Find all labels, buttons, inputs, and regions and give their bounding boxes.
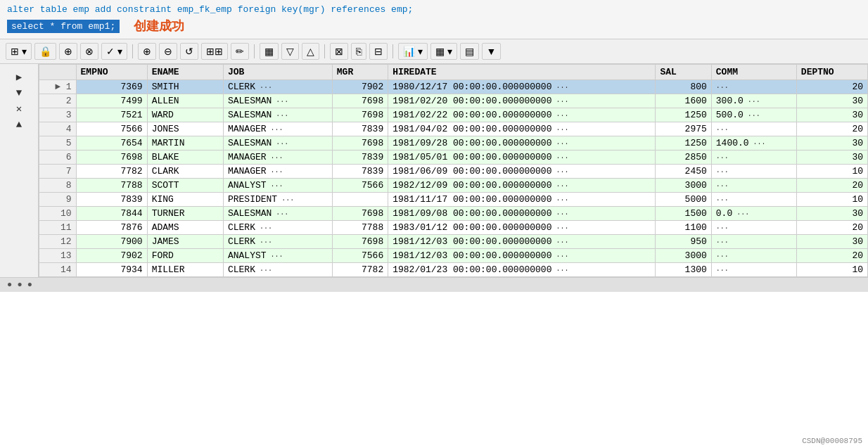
table-row[interactable]: 67698BLAKEMANAGER ···78391981/05/01 00:0…: [39, 151, 868, 165]
row-number: 6: [39, 151, 77, 165]
filter-down-btn[interactable]: ▽: [281, 43, 299, 60]
funnel-btn[interactable]: ▼: [482, 43, 502, 60]
hiredate-ellipsis-btn[interactable]: ···: [551, 154, 568, 162]
job-ellipsis-btn[interactable]: ···: [272, 210, 288, 218]
main-content: ▶ ▼ ✕ ▲ EMPNO ENAME JOB MGR HIREDATE SAL…: [0, 64, 868, 277]
hiredate-ellipsis-btn[interactable]: ···: [551, 238, 568, 246]
col-header-empno[interactable]: EMPNO: [76, 65, 147, 80]
table-row[interactable]: ► 17369SMITHCLERK ···79021980/12/17 00:0…: [39, 80, 868, 94]
comm-ellipsis-btn[interactable]: ···: [743, 98, 760, 105]
check-dropdown-btn[interactable]: ✓ ▾: [101, 43, 127, 60]
job-ellipsis-btn[interactable]: ···: [267, 154, 283, 162]
table-grid-btn[interactable]: ▦: [260, 43, 279, 60]
col-header-job[interactable]: JOB: [223, 65, 332, 80]
hiredate-ellipsis-btn[interactable]: ···: [551, 224, 568, 232]
cell-comm: 300.0 ···: [711, 94, 796, 108]
table-row[interactable]: 37521WARDSALESMAN ···76981981/02/22 00:0…: [39, 108, 868, 122]
col-header-comm[interactable]: COMM: [711, 65, 796, 80]
hiredate-ellipsis-btn[interactable]: ···: [551, 98, 568, 105]
cell-hiredate: 1981/02/22 00:00:00.000000000 ···: [388, 108, 656, 122]
comm-ellipsis-btn[interactable]: ···: [716, 182, 729, 190]
table-row[interactable]: 147934MILLERCLERK ···77821982/01/23 00:0…: [39, 263, 868, 277]
table-row[interactable]: 27499ALLENSALESMAN ···76981981/02/20 00:…: [39, 94, 868, 108]
pencil-btn[interactable]: ✏: [231, 43, 249, 60]
job-ellipsis-btn[interactable]: ···: [267, 182, 283, 190]
hiredate-ellipsis-btn[interactable]: ···: [551, 126, 568, 134]
cell-mgr: 7839: [332, 122, 388, 136]
multiselect-btn[interactable]: ⊞⊞: [201, 43, 228, 60]
table-row[interactable]: 137902FORDANALYST ···75661981/12/03 00:0…: [39, 249, 868, 263]
table-container[interactable]: EMPNO ENAME JOB MGR HIREDATE SAL COMM DE…: [39, 64, 868, 277]
hiredate-ellipsis-btn[interactable]: ···: [551, 112, 568, 120]
comm-ellipsis-btn[interactable]: ···: [732, 210, 749, 218]
comm-ellipsis-btn[interactable]: ···: [749, 140, 766, 148]
col-header-mgr[interactable]: MGR: [332, 65, 388, 80]
copy-btn[interactable]: ⎘: [351, 43, 366, 60]
table-row[interactable]: 47566JONESMANAGER ···78391981/04/02 00:0…: [39, 122, 868, 136]
comm-ellipsis-btn[interactable]: ···: [716, 154, 729, 162]
delete-circle-btn[interactable]: ⊗: [80, 43, 98, 60]
job-ellipsis-btn[interactable]: ···: [267, 168, 283, 176]
grid-btn[interactable]: ⊞ ▾: [6, 43, 32, 60]
layout-btn[interactable]: ▦ ▾: [430, 43, 457, 60]
comm-ellipsis-btn[interactable]: ···: [743, 112, 760, 120]
export-btn[interactable]: ⊠: [330, 43, 348, 60]
lock-btn[interactable]: 🔒: [34, 43, 56, 60]
job-ellipsis-btn[interactable]: ···: [272, 98, 288, 105]
job-ellipsis-btn[interactable]: ···: [272, 140, 288, 148]
hiredate-ellipsis-btn[interactable]: ···: [551, 252, 568, 260]
comm-ellipsis-btn[interactable]: ···: [716, 84, 729, 91]
comm-ellipsis-btn[interactable]: ···: [716, 168, 729, 176]
comm-ellipsis-btn[interactable]: ···: [716, 224, 729, 232]
table-row[interactable]: 117876ADAMSCLERK ···77881983/01/12 00:00…: [39, 221, 868, 235]
refresh-btn[interactable]: ↺: [180, 43, 198, 60]
cell-mgr: 7839: [332, 151, 388, 165]
up-arrow-btn[interactable]: ⊖: [159, 43, 177, 60]
job-ellipsis-btn[interactable]: ···: [255, 238, 272, 246]
hiredate-ellipsis-btn[interactable]: ···: [551, 140, 568, 148]
hiredate-ellipsis-btn[interactable]: ···: [551, 267, 568, 274]
col-header-ename[interactable]: ENAME: [147, 65, 223, 80]
hiredate-ellipsis-btn[interactable]: ···: [551, 168, 568, 176]
table-row[interactable]: 87788SCOTTANALYST ···75661982/12/09 00:0…: [39, 179, 868, 193]
filter-up-btn[interactable]: △: [302, 43, 319, 60]
job-ellipsis-btn[interactable]: ···: [267, 126, 283, 134]
add-circle-btn[interactable]: ⊕: [59, 43, 77, 60]
hiredate-ellipsis-btn[interactable]: ···: [551, 196, 568, 204]
select-sql-highlight[interactable]: select * from emp1;: [7, 20, 120, 33]
down-arrow-btn[interactable]: ⊕: [138, 43, 156, 60]
table-row[interactable]: 127900JAMESCLERK ···76981981/12/03 00:00…: [39, 235, 868, 249]
hiredate-ellipsis-btn[interactable]: ···: [551, 210, 568, 218]
col-header-hiredate[interactable]: HIREDATE: [388, 65, 656, 80]
hiredate-ellipsis-btn[interactable]: ···: [551, 84, 568, 91]
job-ellipsis-btn[interactable]: ···: [277, 196, 294, 204]
job-ellipsis-btn[interactable]: ···: [255, 84, 272, 91]
job-ellipsis-btn[interactable]: ···: [255, 267, 272, 274]
comm-ellipsis-btn[interactable]: ···: [716, 196, 729, 204]
col-header-deptno[interactable]: DEPTNO: [796, 65, 867, 80]
row-number: 3: [39, 108, 77, 122]
table-row[interactable]: 57654MARTINSALESMAN ···76981981/09/28 00…: [39, 136, 868, 151]
chart-btn[interactable]: 📊 ▾: [398, 43, 428, 60]
table-row[interactable]: 107844TURNERSALESMAN ···76981981/09/08 0…: [39, 207, 868, 221]
cell-empno: 7654: [76, 136, 147, 151]
job-ellipsis-btn[interactable]: ···: [255, 224, 272, 232]
job-ellipsis-btn[interactable]: ···: [267, 252, 283, 260]
comm-ellipsis-btn[interactable]: ···: [716, 267, 729, 274]
job-ellipsis-btn[interactable]: ···: [272, 112, 288, 120]
col-header-rownum: [39, 65, 77, 80]
arrow-up-icon[interactable]: ▲: [16, 119, 22, 130]
col-header-sal[interactable]: SAL: [656, 65, 711, 80]
comm-ellipsis-btn[interactable]: ···: [716, 238, 729, 246]
cell-hiredate: 1980/12/17 00:00:00.000000000 ···: [388, 80, 656, 94]
import-btn[interactable]: ⊟: [369, 43, 388, 60]
comm-ellipsis-btn[interactable]: ···: [716, 126, 729, 134]
comm-ellipsis-btn[interactable]: ···: [716, 252, 729, 260]
rows-btn[interactable]: ▤: [460, 43, 479, 60]
table-row[interactable]: 77782CLARKMANAGER ···78391981/06/09 00:0…: [39, 165, 868, 179]
cell-comm: 0.0 ···: [711, 207, 796, 221]
arrow-down-icon[interactable]: ▼: [16, 87, 22, 98]
hiredate-ellipsis-btn[interactable]: ···: [551, 182, 568, 190]
close-icon[interactable]: ✕: [16, 103, 22, 115]
table-row[interactable]: 97839KINGPRESIDENT ···1981/11/17 00:00:0…: [39, 193, 868, 207]
